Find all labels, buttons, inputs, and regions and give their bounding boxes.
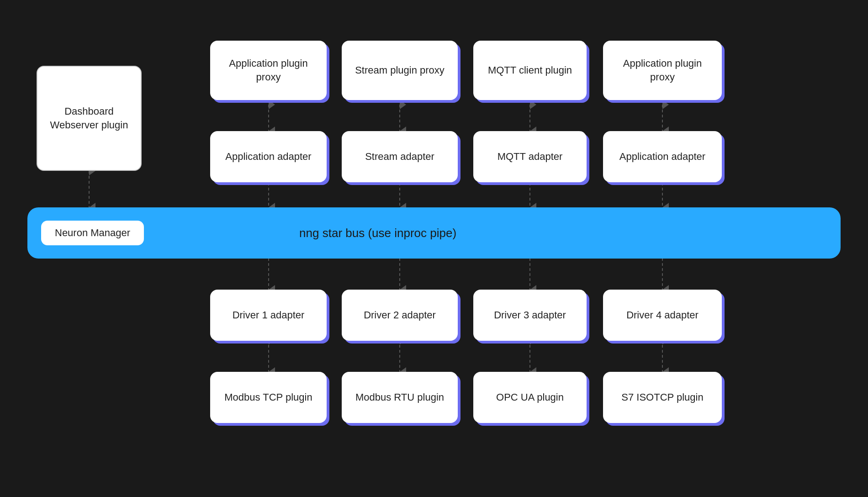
driver3-adapter-box: Driver 3 adapter: [473, 290, 587, 341]
driver2-adapter-box: Driver 2 adapter: [342, 290, 458, 341]
stream-adapter-box: Stream adapter: [342, 131, 458, 182]
driver4-adapter-box: Driver 4 adapter: [603, 290, 722, 341]
opc-ua-box: OPC UA plugin: [473, 372, 587, 423]
modbus-rtu-box: Modbus RTU plugin: [342, 372, 458, 423]
stream-plugin-proxy-box: Stream plugin proxy: [342, 41, 458, 100]
app-plugin-proxy-1-box: Application plugin proxy: [210, 41, 327, 100]
app-plugin-proxy-2-box: Application plugin proxy: [603, 41, 722, 100]
neuron-manager-box: Neuron Manager: [41, 221, 144, 245]
mqtt-adapter-box: MQTT adapter: [473, 131, 587, 182]
s7-isotcp-box: S7 ISOTCP plugin: [603, 372, 722, 423]
driver1-adapter-box: Driver 1 adapter: [210, 290, 327, 341]
bus-label: nng star bus (use inproc pipe): [299, 226, 456, 240]
modbus-tcp-box: Modbus TCP plugin: [210, 372, 327, 423]
mqtt-plugin-box: MQTT client plugin: [473, 41, 587, 100]
app-adapter-1-box: Application adapter: [210, 131, 327, 182]
app-adapter-2-box: Application adapter: [603, 131, 722, 182]
bus-bar: Neuron Manager nng star bus (use inproc …: [27, 207, 841, 259]
architecture-diagram: Dashboard Webserver plugin Application p…: [18, 20, 850, 477]
dashboard-box: Dashboard Webserver plugin: [37, 66, 142, 171]
